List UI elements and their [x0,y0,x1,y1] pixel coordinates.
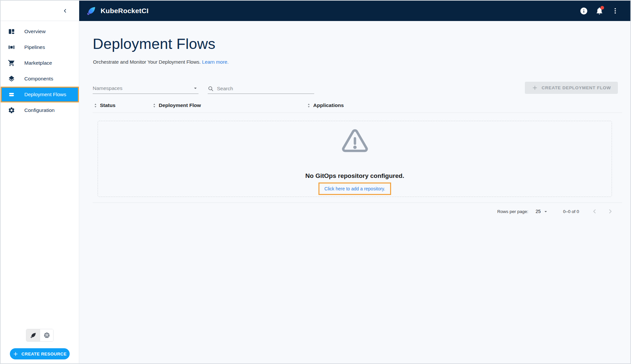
sidebar-item-components[interactable]: Components [1,71,79,87]
create-deployment-flow-label: CREATE DEPLOYMENT FLOW [542,85,611,90]
empty-state: No GitOps repository configured. Click h… [98,121,612,197]
sort-icon[interactable] [93,103,98,108]
krci-view-toggle-button[interactable] [26,329,40,341]
column-label: Deployment Flow [159,102,201,108]
create-resource-label: CREATE RESOURCE [21,352,66,356]
sidebar-item-label: Configuration [24,107,55,113]
sidebar-item-label: Overview [24,29,46,34]
gear-icon [8,107,15,114]
feather-logo-icon [30,332,36,339]
rows-per-page-select[interactable]: 25 [536,209,549,214]
kubernetes-view-toggle-button[interactable] [40,329,53,341]
sidebar-item-label: Marketplace [24,60,52,66]
search-input[interactable] [217,86,314,92]
app-title: KubeRocketCI [101,7,149,15]
page-subtitle: Orchestrate and Monitor Your Deployment … [93,59,630,65]
pagination: Rows per page: 25 0–0 of 0 [79,203,630,220]
pipelines-icon [8,44,15,51]
column-header-status: Status [93,102,152,108]
namespaces-placeholder: Namespaces [93,85,122,91]
kubernetes-icon [43,332,50,339]
chevron-left-icon [591,208,598,215]
more-menu-button[interactable] [608,4,622,18]
sidebar-footer: CREATE RESOURCE [1,329,79,363]
notification-badge [600,6,604,10]
info-button[interactable] [576,4,591,18]
kebab-menu-icon [612,7,619,14]
search-field [208,86,314,94]
appbar-actions [576,4,622,18]
column-header-deployment-flow: Deployment Flow [152,102,306,108]
main-content: Deployment Flows Orchestrate and Monitor… [79,21,630,363]
pagination-range: 0–0 of 0 [563,209,579,214]
warning-triangle-icon [339,126,371,158]
plus-icon [532,85,538,91]
sidebar-item-overview[interactable]: Overview [1,24,79,39]
chevron-left-icon [62,8,68,14]
column-label: Applications [313,102,344,108]
notifications-button[interactable] [592,4,607,18]
sidebar-item-label: Pipelines [24,44,45,50]
sidebar-header [1,1,79,21]
sidebar-nav: Overview Pipelines Marke [1,21,79,118]
create-resource-button[interactable]: CREATE RESOURCE [10,348,70,359]
sidebar-item-label: Deployment Flows [24,92,66,97]
table-header-row: Status Deployment Flow Applications [93,102,622,113]
chevron-right-icon [607,208,614,215]
info-icon [580,7,588,15]
cart-icon [8,59,15,67]
sidebar-item-marketplace[interactable]: Marketplace [1,55,79,71]
sidebar-item-configuration[interactable]: Configuration [1,102,79,118]
app-window: KubeRocketCI [0,0,631,364]
empty-state-message: No GitOps repository configured. [305,172,404,180]
sidebar-item-label: Components [24,76,53,82]
sidebar-collapse-button[interactable] [59,5,71,17]
namespaces-select[interactable]: Namespaces [93,85,199,94]
sidebar-item-deployment-flows[interactable]: Deployment Flows [1,87,79,102]
sort-icon[interactable] [152,103,157,108]
previous-page-button[interactable] [591,208,598,215]
chevron-down-icon [543,209,549,214]
sidebar-item-pipelines[interactable]: Pipelines [1,39,79,55]
flows-icon [8,91,15,98]
filter-row: Namespaces CREATE DE [93,77,622,94]
feather-logo-icon [86,6,96,16]
layers-icon [8,75,15,82]
add-repository-highlight: Click here to add a repository. [318,182,391,195]
plus-icon [13,351,18,357]
column-label: Status [100,102,115,108]
page-title: Deployment Flows [93,35,630,53]
sort-icon[interactable] [306,103,312,108]
app-header: KubeRocketCI [79,1,630,21]
search-icon [208,86,214,92]
rows-per-page-value: 25 [536,209,541,214]
rows-per-page-label: Rows per page: [497,209,528,214]
dashboard-icon [8,28,15,35]
create-deployment-flow-button[interactable]: CREATE DEPLOYMENT FLOW [525,82,618,94]
add-repository-link[interactable]: Click here to add a repository. [324,186,385,191]
subtitle-text: Orchestrate and Monitor Your Deployment … [93,59,201,65]
column-header-applications: Applications [306,102,622,108]
brand: KubeRocketCI [86,6,149,16]
sidebar: Overview Pipelines Marke [1,1,79,363]
next-page-button[interactable] [607,208,614,215]
chevron-down-icon [192,85,199,91]
view-toggle-group [26,329,54,342]
learn-more-link[interactable]: Learn more. [202,59,229,65]
